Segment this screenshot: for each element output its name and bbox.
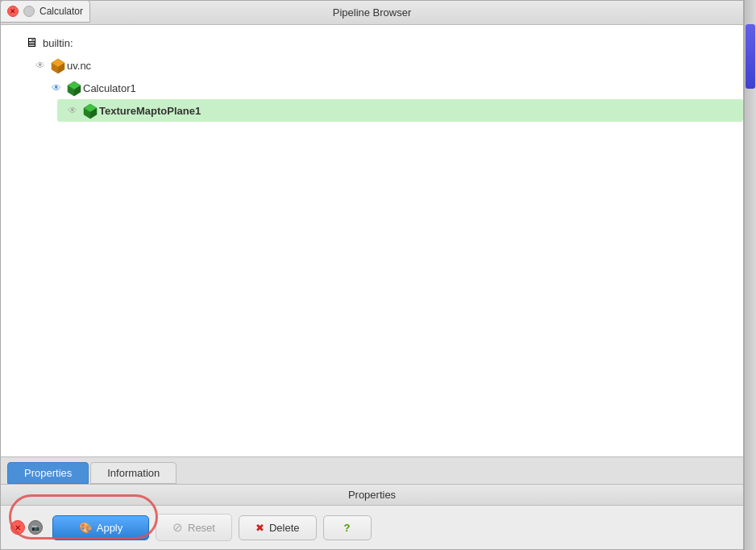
help-button[interactable]: ? [323,515,372,540]
help-label: ? [344,522,351,534]
apply-icon: 🎨 [79,522,92,534]
apply-button[interactable]: 🎨 Apply [52,515,149,540]
tree-item-label: TextureMaptoPlane1 [99,105,201,117]
delete-button[interactable]: ✖ Delete [239,515,317,540]
actions-row: ✕ 📷 🎨 Apply ⊘ Reset ✖ Delete ? [1,506,743,549]
scrollbar-thumb[interactable] [746,24,755,89]
cube-icon [49,56,67,74]
tab-minimize-button[interactable] [23,6,35,17]
eye-icon: 👁 [31,60,49,71]
scrollbar-track[interactable] [745,0,756,550]
action-icons: ✕ 📷 [10,520,43,535]
list-item[interactable]: 🖥 builtin: [1,31,743,54]
tree-item-label: Calculator1 [83,82,136,94]
scrollbar[interactable] [744,0,756,550]
list-item[interactable]: 👁 TextureMaptoPlane1 [57,99,743,122]
cube-icon [81,102,99,119]
reset-label: Reset [188,522,215,534]
eye-icon: 👁 [48,82,65,94]
tab-information[interactable]: Information [90,462,177,484]
properties-title: Properties [348,489,396,501]
tab-label: Calculator [39,6,83,17]
properties-section-header: Properties [1,485,743,506]
main-panel: Pipeline Browser 🖥 builtin: 👁 uv.nc 👁 [0,0,744,550]
pipeline-browser-title: Pipeline Browser [333,6,412,19]
tab-properties[interactable]: Properties [7,462,89,484]
tab-close-button[interactable]: ✕ [7,6,19,17]
delete-icon: ✖ [255,522,264,534]
pipeline-browser-header: Pipeline Browser [1,1,743,25]
bottom-area: Properties Information Properties ✕ 📷 🎨 … [1,456,743,549]
apply-label: Apply [97,522,123,534]
device-icon: 🖥 [25,35,38,50]
cube-icon [65,79,83,97]
tree-item-label: builtin: [43,37,73,49]
list-item[interactable]: 👁 uv.nc [25,54,743,77]
camera-icon[interactable]: 📷 [28,520,43,535]
close-icon[interactable]: ✕ [10,520,25,535]
reset-button[interactable]: ⊘ Reset [156,514,232,541]
tabs-row: Properties Information [1,457,743,485]
eye-icon: 👁 [64,105,81,116]
reset-icon: ⊘ [172,520,183,535]
calculator-tab[interactable]: ✕ Calculator [0,0,90,23]
delete-label: Delete [269,522,300,534]
pipeline-tree: 🖥 builtin: 👁 uv.nc 👁 Calculator1 [1,25,743,456]
tree-item-label: uv.nc [67,60,91,72]
list-item[interactable]: 👁 Calculator1 [41,77,743,99]
